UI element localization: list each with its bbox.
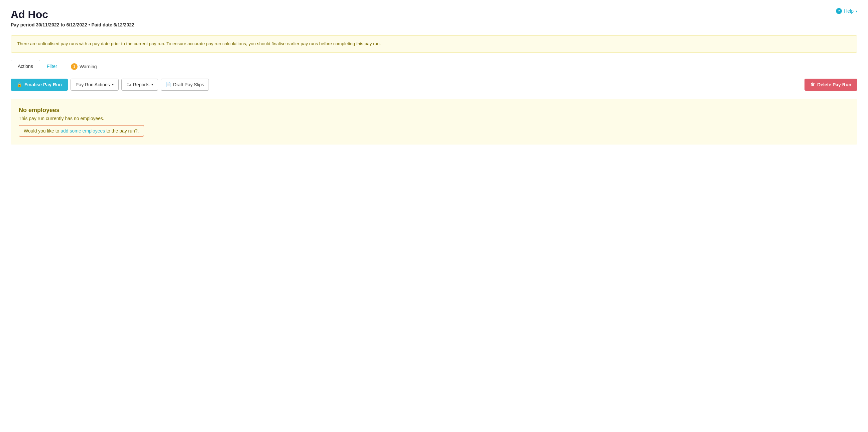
finalise-label: Finalise Pay Run xyxy=(24,82,62,87)
add-employees-box: Would you like to add some employees to … xyxy=(19,125,144,137)
draft-pay-slips-label: Draft Pay Slips xyxy=(173,82,204,87)
tabs-container: Actions Filter 1 Warning xyxy=(11,59,857,73)
add-employees-prompt-before: Would you like to xyxy=(24,128,61,134)
toolbar-left: 🔒 Finalise Pay Run Pay Run Actions ▾ 🗂 R… xyxy=(11,79,209,91)
help-icon: ? xyxy=(836,8,842,14)
doc-icon: 📄 xyxy=(166,82,171,87)
finalise-pay-run-button[interactable]: 🔒 Finalise Pay Run xyxy=(11,79,68,91)
toolbar: 🔒 Finalise Pay Run Pay Run Actions ▾ 🗂 R… xyxy=(11,79,857,96)
help-label: Help xyxy=(844,8,854,14)
delete-pay-run-button[interactable]: 🗑 Delete Pay Run xyxy=(805,79,857,91)
warning-banner-text: There are unfinalised pay runs with a pa… xyxy=(17,41,381,46)
tab-warning[interactable]: 1 Warning xyxy=(64,60,104,73)
page-wrapper: ? Help ▾ Ad Hoc Pay period 30/11/2022 to… xyxy=(0,0,868,152)
no-employees-title: No employees xyxy=(19,107,849,114)
delete-label: Delete Pay Run xyxy=(817,82,851,87)
warning-banner: There are unfinalised pay runs with a pa… xyxy=(11,35,857,52)
pay-run-actions-label: Pay Run Actions xyxy=(75,82,110,87)
tab-filter[interactable]: Filter xyxy=(40,60,64,72)
pay-run-actions-button[interactable]: Pay Run Actions ▾ xyxy=(70,79,119,91)
folder-icon: 🗂 xyxy=(126,82,131,87)
warning-badge: 1 xyxy=(71,63,78,70)
chevron-down-icon-reports: ▾ xyxy=(151,83,153,86)
chevron-down-icon: ▾ xyxy=(856,9,857,13)
tab-actions[interactable]: Actions xyxy=(11,60,40,73)
chevron-down-icon: ▾ xyxy=(112,83,114,86)
page-subtitle: Pay period 30/11/2022 to 6/12/2022 • Pai… xyxy=(11,22,857,27)
lock-icon: 🔒 xyxy=(17,82,22,87)
help-button[interactable]: ? Help ▾ xyxy=(836,8,857,14)
reports-button[interactable]: 🗂 Reports ▾ xyxy=(121,79,158,91)
draft-pay-slips-button[interactable]: 📄 Draft Pay Slips xyxy=(161,79,209,91)
page-title: Ad Hoc xyxy=(11,8,857,21)
add-employees-link[interactable]: add some employees xyxy=(61,128,105,134)
trash-icon: 🗑 xyxy=(810,82,815,87)
reports-label: Reports xyxy=(133,82,149,87)
no-employees-description: This pay run currently has no employees. xyxy=(19,116,849,121)
add-employees-prompt-after: to the pay run?. xyxy=(105,128,139,134)
tab-warning-label: Warning xyxy=(80,64,97,69)
no-employees-section: No employees This pay run currently has … xyxy=(11,99,857,145)
